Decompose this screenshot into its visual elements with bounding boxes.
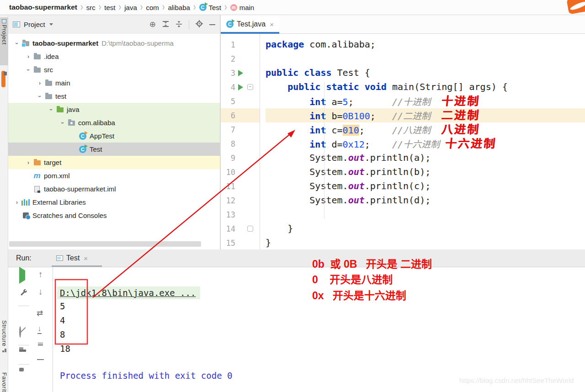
up-stack-trace-button[interactable]: ↑ [38, 270, 43, 279]
breadcrumb-item-java[interactable]: java [124, 4, 137, 11]
code-line-2[interactable] [266, 52, 585, 66]
mute-breakpoints-button[interactable] [19, 328, 21, 336]
hide-panel-icon[interactable] [209, 24, 215, 25]
run-tab-test[interactable]: Test × [52, 249, 92, 267]
tab-test-java[interactable]: C Test.java × [221, 15, 279, 33]
breadcrumb-item-taobao-supermarket[interactable]: taobao-supermarket [9, 3, 77, 11]
gutter-line-8[interactable]: 8 [221, 137, 260, 151]
tree-item-External Libraries[interactable]: ›External Libraries [8, 196, 220, 209]
gutter-line-11[interactable]: 11 [221, 179, 260, 193]
console-history-button[interactable]: ⇄ [37, 309, 43, 317]
tool-window-button-structure[interactable]: Structure [0, 320, 8, 353]
tree-item-AppTest[interactable]: CAppTest [8, 129, 220, 143]
gutter-line-4[interactable]: 4− [221, 80, 260, 94]
run-line-icon[interactable] [238, 84, 243, 90]
tree-item-taobao-supermarket.iml[interactable]: taobao-supermarket.iml [8, 182, 220, 196]
code-line-14[interactable]: } [266, 222, 585, 236]
code-line-12[interactable]: System.out.println(d); [266, 193, 585, 207]
scroll-to-end-button[interactable]: ↓ [37, 325, 42, 334]
tree-chevron-icon[interactable]: › [24, 53, 32, 60]
code-line-11[interactable]: System.out.println(c); [266, 179, 585, 193]
console-command-line[interactable]: D:\jdk1.8\bin\java.exe ... [57, 286, 200, 299]
code-line-4[interactable]: public static void main(String[] args) { [266, 80, 585, 94]
chevron-down-icon[interactable] [49, 23, 53, 26]
down-stack-trace-button[interactable]: ↓ [38, 287, 43, 296]
tool-window-button-project[interactable]: Project [0, 17, 8, 65]
toolbar-divider [53, 267, 53, 392]
code-line-5[interactable]: int a=5; //十进制 十进制 [266, 94, 585, 108]
gutter-line-2[interactable]: 2 [221, 52, 260, 66]
gutter-line-7[interactable]: 7 [221, 122, 260, 137]
tree-chevron-icon[interactable]: › [37, 92, 43, 101]
code-line-9[interactable]: System.out.println(a); [266, 151, 585, 165]
tree-item-.idea[interactable]: ›.idea [8, 50, 220, 63]
fold-end-icon[interactable] [247, 226, 253, 232]
tree-item-src[interactable]: ›src [8, 63, 220, 76]
code-line-8[interactable]: int d=0x12; //十六进制 十六进制 [266, 137, 585, 151]
code-line-3[interactable]: public class Test { [266, 66, 585, 80]
gutter-line-3[interactable]: 3 [221, 66, 260, 80]
close-icon[interactable]: × [270, 21, 274, 28]
tree-chevron-icon[interactable]: › [24, 159, 32, 166]
breadcrumb-item-src[interactable]: src [86, 4, 96, 11]
class-orange-icon: C [78, 132, 87, 140]
tree-item-label: test [55, 92, 66, 100]
code-line-6[interactable]: int b=0B100; //二进制 二进制 [266, 108, 585, 122]
editor-body[interactable]: 1234−56789101112131415 package com.aliba… [221, 34, 585, 249]
expand-all-icon[interactable] [162, 21, 169, 29]
tool-window-button-favorites[interactable]: Favorites [0, 372, 8, 392]
code-line-15[interactable]: } [266, 236, 585, 249]
code-line-10[interactable]: System.out.println(b); [266, 165, 585, 179]
fold-icon[interactable]: − [247, 84, 253, 90]
tree-item-label: java [67, 106, 80, 113]
tree-chevron-icon[interactable]: › [48, 106, 54, 114]
favorites-strip-label: Favorites [1, 372, 8, 392]
gutter-line-10[interactable]: 10 [221, 165, 260, 179]
gutter-line-14[interactable]: 14 [221, 222, 260, 236]
tree-item-pom.xml[interactable]: mpom.xml [8, 169, 220, 182]
project-strip-label: Project [1, 25, 8, 45]
locate-icon[interactable]: ⊕ [149, 21, 156, 28]
gear-icon[interactable] [196, 20, 203, 29]
tree-chevron-icon[interactable]: › [59, 119, 66, 127]
tree-item-main[interactable]: ›main [8, 76, 220, 90]
tree-item-com.alibaba[interactable]: ›com.alibaba [8, 116, 220, 129]
breadcrumb-item-test[interactable]: test [104, 4, 115, 11]
tree-item-Scratches and Consoles[interactable]: Scratches and Consoles [8, 209, 220, 222]
bookmark-icon[interactable] [1, 71, 5, 87]
run-tab-label: Test [66, 254, 80, 262]
tree-item-label: taobao-supermarket [32, 39, 98, 47]
tree-item-java[interactable]: ›java [8, 103, 220, 116]
gutter-line-13[interactable]: 13 [221, 207, 260, 222]
tree-chevron-icon[interactable]: › [13, 199, 21, 206]
tree-chevron-icon[interactable]: › [14, 39, 20, 48]
code-area[interactable]: package com.alibaba;public class Test { … [260, 34, 585, 249]
tree-item-Test[interactable]: CTest [8, 143, 220, 156]
tree-chevron-icon[interactable]: › [36, 80, 44, 86]
gutter-line-6[interactable]: 6 [221, 108, 260, 122]
tree-item-taobao-supermarket[interactable]: ›taobao-supermarketD:\tpm\taobao-superma [8, 37, 220, 50]
breadcrumb-item-alibaba[interactable]: alibaba [168, 4, 190, 11]
code-line-1[interactable]: package com.alibaba; [266, 37, 585, 52]
close-icon[interactable]: × [84, 254, 88, 262]
breadcrumb-item-Test[interactable]: CTest [199, 4, 222, 11]
project-panel-title[interactable]: Project [24, 21, 45, 28]
tree-item-test[interactable]: ›test [8, 90, 220, 103]
tree-item-target[interactable]: ›target [8, 156, 220, 169]
wrench-icon[interactable] [19, 288, 27, 297]
code-line-7[interactable]: int c=010; //八进制 八进制 [266, 122, 585, 137]
gutter-line-9[interactable]: 9 [221, 151, 260, 165]
horizontal-scrollbar[interactable] [9, 241, 201, 247]
gutter-line-5[interactable]: 5 [221, 94, 260, 108]
code-line-13[interactable] [266, 207, 585, 222]
gutter-line-1[interactable]: 1 [221, 37, 260, 52]
run-line-icon[interactable] [238, 70, 243, 76]
breadcrumb-item-com[interactable]: com [146, 4, 159, 11]
rerun-button[interactable] [19, 271, 25, 280]
gutter-line-12[interactable]: 12 [221, 193, 260, 207]
collapse-all-icon[interactable] [176, 21, 182, 29]
breadcrumb-item-main[interactable]: mmain [230, 4, 255, 11]
tree-chevron-icon[interactable]: › [25, 66, 32, 74]
gutter-line-15[interactable]: 15 [221, 236, 260, 250]
watermark: https://blog.csdn.net/hhtSeeTheWorld [459, 376, 574, 384]
